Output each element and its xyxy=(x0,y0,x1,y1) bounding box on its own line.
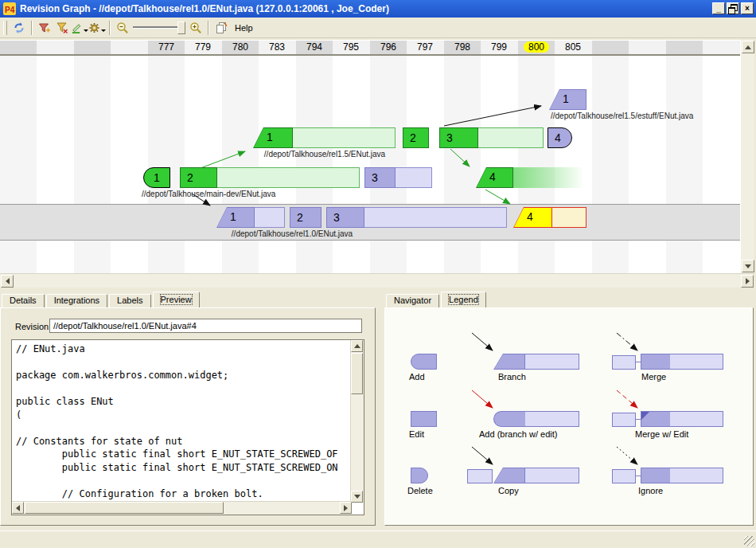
details-tabbar: Details Integrations Labels Preview xyxy=(2,292,201,307)
tab-integrations[interactable]: Integrations xyxy=(46,294,107,307)
revision-tail xyxy=(216,167,360,188)
revision-node-delete[interactable]: 4 xyxy=(548,127,572,148)
changelist-header[interactable]: 805 xyxy=(555,41,591,54)
right-arrow-icon xyxy=(746,278,750,284)
revision-number: 3 xyxy=(372,171,378,184)
scroll-up-button[interactable] xyxy=(351,340,363,352)
minimize-button[interactable]: _ xyxy=(712,2,725,14)
preview-vertical-scrollbar[interactable] xyxy=(350,340,364,503)
scroll-down-button[interactable] xyxy=(351,491,363,503)
down-arrow-icon xyxy=(354,495,360,499)
changelist-header-highlighted[interactable]: 800 xyxy=(518,41,555,54)
gear-icon xyxy=(88,22,100,34)
changelist-header[interactable]: 779 xyxy=(185,41,221,54)
zoom-slider-handle[interactable] xyxy=(177,22,185,34)
help-menu[interactable]: Help xyxy=(235,23,253,33)
zoom-slider[interactable] xyxy=(133,26,185,29)
legend-label: Copy xyxy=(498,486,519,495)
changelist-header[interactable]: 798 xyxy=(444,41,481,54)
svg-text:P4: P4 xyxy=(5,6,15,14)
toolbar-separator xyxy=(208,21,209,35)
close-button[interactable]: × xyxy=(741,2,754,14)
resize-grip[interactable] xyxy=(744,536,754,546)
legend-label: Merge xyxy=(641,372,666,382)
revision-tail xyxy=(291,127,396,148)
preview-panel: Revision: // ENut.java package com.walke… xyxy=(0,307,376,526)
revision-node-edit[interactable]: 2 xyxy=(290,207,321,228)
up-arrow-icon xyxy=(354,344,360,348)
graph-vertical-scrollbar[interactable] xyxy=(740,40,754,273)
legend-label: Add (branch w/ edit) xyxy=(479,429,557,439)
title-bar[interactable]: P4 Revision Graph - //depot/Talkhouse/re… xyxy=(0,0,756,18)
changelist-header[interactable]: 796 xyxy=(370,41,407,54)
revision-number: 4 xyxy=(489,170,496,183)
revision-number: 3 xyxy=(333,211,340,224)
scroll-up-button[interactable] xyxy=(742,41,754,53)
changelist-header[interactable]: 795 xyxy=(333,41,369,54)
filter-button[interactable] xyxy=(36,20,53,36)
highlight-button[interactable] xyxy=(71,20,88,36)
legend-tail xyxy=(524,468,579,483)
pencil-icon xyxy=(71,22,83,34)
toolbar-separator xyxy=(109,21,111,35)
changelist-header[interactable]: 780 xyxy=(222,41,259,54)
revision-graph-canvas[interactable]: 1 //depot/Talkhouse/rel1.5/estuff/ENut.j… xyxy=(0,56,740,273)
legend-add-branch-edit-shape xyxy=(493,411,525,427)
scroll-right-button[interactable] xyxy=(340,502,352,514)
revision-field-label: Revision: xyxy=(15,322,51,331)
tab-labels[interactable]: Labels xyxy=(109,294,150,307)
scroll-right-button[interactable] xyxy=(741,275,754,288)
legend-source-box xyxy=(612,355,636,370)
filter-options-button[interactable] xyxy=(53,20,71,36)
tab-legend[interactable]: Legend xyxy=(441,292,486,307)
revision-node-edit[interactable]: 2 xyxy=(180,167,217,188)
changelist-header[interactable]: 794 xyxy=(296,41,333,54)
tab-navigator[interactable]: Navigator xyxy=(386,294,439,307)
scroll-left-button[interactable] xyxy=(12,502,24,514)
toolbar-grip[interactable] xyxy=(3,21,7,35)
left-arrow-icon xyxy=(16,505,20,511)
legend-merge-edit-shape xyxy=(641,411,723,427)
changelist-header[interactable]: 783 xyxy=(259,41,295,54)
refresh-button[interactable] xyxy=(10,20,28,36)
changelist-header[interactable]: 777 xyxy=(148,41,185,54)
revision-node-edit[interactable]: 3 xyxy=(326,207,364,228)
changelist-header[interactable]: 797 xyxy=(407,41,443,54)
scrollbar-thumb[interactable] xyxy=(25,502,224,514)
tab-details[interactable]: Details xyxy=(2,294,45,307)
legend-label: Delete xyxy=(407,486,433,495)
revision-number: 1 xyxy=(267,131,273,143)
scrollbar-thumb[interactable] xyxy=(351,353,363,394)
right-arrow-icon xyxy=(344,505,348,511)
help-doc-button[interactable] xyxy=(212,20,230,36)
file-preview-box[interactable]: // ENut.java package com.walkerbros.comm… xyxy=(11,339,364,515)
merge-arrow-icon xyxy=(614,331,645,354)
revision-node-edit[interactable]: 2 xyxy=(403,127,429,148)
graph-horizontal-scrollbar[interactable] xyxy=(0,273,754,288)
copy-arrow-icon xyxy=(470,444,500,468)
tab-preview[interactable]: Preview xyxy=(153,292,200,307)
preview-horizontal-scrollbar[interactable] xyxy=(12,501,352,515)
legend-tail xyxy=(524,354,579,370)
revision-field[interactable] xyxy=(49,319,362,333)
dropdown-caret-icon xyxy=(101,29,106,32)
legend-label: Branch xyxy=(498,372,526,382)
file-preview-text: // ENut.java package com.walkerbros.comm… xyxy=(12,340,364,515)
branch-arrow-icon xyxy=(470,331,500,354)
legend-source-box xyxy=(612,413,636,427)
revision-node-add[interactable]: 1 xyxy=(143,167,170,188)
legend-tail xyxy=(524,411,579,427)
scroll-left-button[interactable] xyxy=(1,275,14,288)
revision-number: 3 xyxy=(446,131,453,144)
scroll-down-button[interactable] xyxy=(742,260,754,272)
zoom-out-button[interactable] xyxy=(114,20,131,36)
pages-icon xyxy=(215,22,228,34)
revision-node-edit[interactable]: 3 xyxy=(439,127,478,148)
graph-options-button[interactable] xyxy=(88,20,106,36)
legend-ignore-shape xyxy=(641,468,723,483)
revision-number: 1 xyxy=(230,210,236,223)
revision-node-edit[interactable]: 3 xyxy=(364,167,396,188)
changelist-header[interactable]: 799 xyxy=(481,41,517,54)
restore-button[interactable] xyxy=(727,2,739,14)
zoom-in-button[interactable] xyxy=(187,20,205,36)
